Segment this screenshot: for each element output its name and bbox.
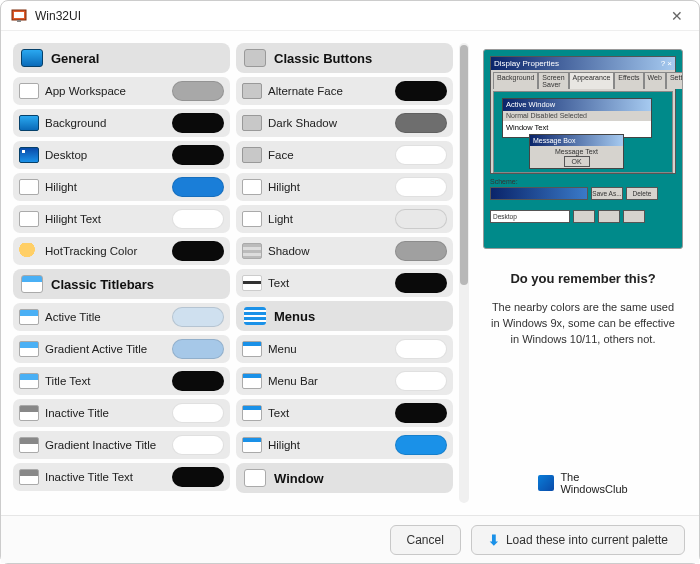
load-button[interactable]: ⬇ Load these into current palette xyxy=(471,525,685,555)
color-swatch[interactable] xyxy=(172,241,224,261)
color-swatch[interactable] xyxy=(395,145,447,165)
color-swatch[interactable] xyxy=(172,467,224,487)
row-icon xyxy=(19,469,39,485)
row-label: Hilight Text xyxy=(45,213,166,225)
color-swatch[interactable] xyxy=(172,209,224,229)
color-row[interactable]: Light xyxy=(236,205,453,233)
row-icon xyxy=(242,373,262,389)
color-swatch[interactable] xyxy=(172,371,224,391)
row-icon xyxy=(19,179,39,195)
row-label: Hilight xyxy=(268,439,389,451)
brand: The WindowsClub xyxy=(538,471,627,495)
brand-icon xyxy=(538,475,554,491)
color-row[interactable]: Desktop xyxy=(13,141,230,169)
color-swatch[interactable] xyxy=(395,177,447,197)
preview-image: Display Properties? × BackgroundScreen S… xyxy=(483,49,683,249)
color-swatch[interactable] xyxy=(172,113,224,133)
color-swatch[interactable] xyxy=(172,435,224,455)
row-label: App Workspace xyxy=(45,85,166,97)
row-label: Alternate Face xyxy=(268,85,389,97)
preview-scheme-label: Scheme: xyxy=(490,178,676,185)
color-row[interactable]: Inactive Title xyxy=(13,399,230,427)
row-icon xyxy=(242,115,262,131)
color-row[interactable]: Hilight xyxy=(236,173,453,201)
color-row[interactable]: Menu Bar xyxy=(236,367,453,395)
color-row[interactable]: Menu xyxy=(236,335,453,363)
scrollbar[interactable] xyxy=(459,43,469,503)
color-row[interactable]: Text xyxy=(236,399,453,427)
preview-ok: OK xyxy=(564,156,590,167)
svg-rect-1 xyxy=(14,12,24,18)
color-row[interactable]: Alternate Face xyxy=(236,77,453,105)
color-swatch[interactable] xyxy=(172,339,224,359)
scrollbar-thumb[interactable] xyxy=(460,45,468,285)
color-row[interactable]: Gradient Inactive Title xyxy=(13,431,230,459)
color-row[interactable]: Text xyxy=(236,269,453,297)
section-header: Classic Titlebars xyxy=(13,269,230,299)
row-label: Inactive Title Text xyxy=(45,471,166,483)
row-label: Inactive Title xyxy=(45,407,166,419)
column-left: GeneralApp WorkspaceBackgroundDesktopHil… xyxy=(13,43,230,503)
row-label: Gradient Inactive Title xyxy=(45,439,166,451)
section-icon xyxy=(21,49,43,67)
row-icon xyxy=(242,147,262,163)
preview-scheme-dd xyxy=(490,187,588,200)
color-row[interactable]: Active Title xyxy=(13,303,230,331)
color-row[interactable]: Face xyxy=(236,141,453,169)
row-label: Background xyxy=(45,117,166,129)
row-label: Active Title xyxy=(45,311,166,323)
color-swatch[interactable] xyxy=(395,81,447,101)
color-row[interactable]: Hilight Text xyxy=(13,205,230,233)
row-icon xyxy=(242,405,262,421)
row-icon xyxy=(19,309,39,325)
column-right: Classic ButtonsAlternate FaceDark Shadow… xyxy=(236,43,453,503)
footer: Cancel ⬇ Load these into current palette xyxy=(1,515,699,563)
section-icon xyxy=(244,469,266,487)
row-icon xyxy=(19,243,39,259)
color-swatch[interactable] xyxy=(395,371,447,391)
color-swatch[interactable] xyxy=(395,209,447,229)
row-icon xyxy=(242,341,262,357)
row-icon xyxy=(19,115,39,131)
row-icon xyxy=(242,211,262,227)
cancel-button[interactable]: Cancel xyxy=(390,525,461,555)
close-button[interactable]: ✕ xyxy=(665,8,689,24)
color-row[interactable]: Title Text xyxy=(13,367,230,395)
preview-msg-text: Message Text xyxy=(555,148,598,155)
preview-saveas: Save As... xyxy=(591,187,623,200)
color-swatch[interactable] xyxy=(172,81,224,101)
color-row[interactable]: Hilight xyxy=(13,173,230,201)
arrow-down-icon: ⬇ xyxy=(488,532,500,548)
color-row[interactable]: Gradient Active Title xyxy=(13,335,230,363)
color-swatch[interactable] xyxy=(172,403,224,423)
color-row[interactable]: Dark Shadow xyxy=(236,109,453,137)
color-swatch[interactable] xyxy=(172,145,224,165)
section-title: Menus xyxy=(274,309,315,324)
color-row[interactable]: App Workspace xyxy=(13,77,230,105)
color-swatch[interactable] xyxy=(395,435,447,455)
color-row[interactable]: Hilight xyxy=(236,431,453,459)
titlebar: Win32UI ✕ xyxy=(1,1,699,31)
color-row[interactable]: Shadow xyxy=(236,237,453,265)
color-row[interactable]: HotTracking Color xyxy=(13,237,230,265)
color-row[interactable]: Inactive Title Text xyxy=(13,463,230,491)
color-row[interactable]: Background xyxy=(13,109,230,137)
color-swatch[interactable] xyxy=(395,241,447,261)
section-title: Window xyxy=(274,471,324,486)
color-swatch[interactable] xyxy=(395,273,447,293)
color-swatch[interactable] xyxy=(395,403,447,423)
section-header: Classic Buttons xyxy=(236,43,453,73)
row-icon xyxy=(19,83,39,99)
row-label: Light xyxy=(268,213,389,225)
color-swatch[interactable] xyxy=(395,113,447,133)
row-label: Face xyxy=(268,149,389,161)
row-icon xyxy=(19,341,39,357)
window-title: Win32UI xyxy=(35,9,665,23)
color-swatch[interactable] xyxy=(395,339,447,359)
app-window: Win32UI ✕ GeneralApp WorkspaceBackground… xyxy=(0,0,700,564)
color-swatch[interactable] xyxy=(172,307,224,327)
row-label: Dark Shadow xyxy=(268,117,389,129)
color-swatch[interactable] xyxy=(172,177,224,197)
columns: GeneralApp WorkspaceBackgroundDesktopHil… xyxy=(13,43,469,503)
section-header: Window xyxy=(236,463,453,493)
